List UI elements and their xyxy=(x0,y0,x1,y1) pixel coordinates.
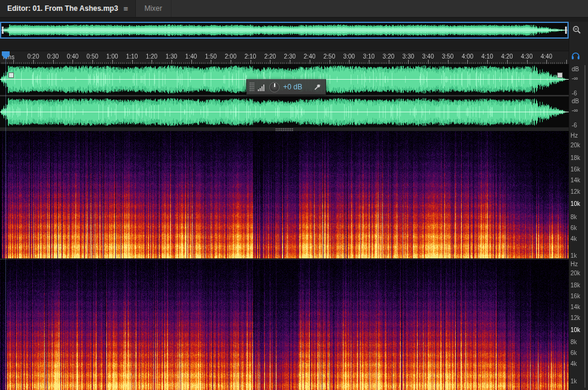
vertical-scrollbar[interactable] xyxy=(584,65,586,388)
pin-icon[interactable] xyxy=(313,83,321,91)
fade-out-handle[interactable] xyxy=(557,72,563,78)
gain-knob[interactable] xyxy=(269,82,280,92)
volume-meter-icon xyxy=(258,83,266,91)
navigator-right-handle[interactable] xyxy=(565,27,567,34)
playhead-line xyxy=(5,59,6,390)
splitter-grip-icon xyxy=(275,128,293,131)
timeline-ruler[interactable]: hms 0:200:300:400:501:001:101:201:301:40… xyxy=(0,51,569,64)
zoom-out-icon[interactable] xyxy=(572,25,581,34)
navigator-waveform-canvas[interactable] xyxy=(1,23,567,37)
hud-drag-handle[interactable] xyxy=(249,82,254,92)
navigator-left-handle[interactable] xyxy=(2,27,4,34)
editor-tab-label: Editor: 01. From The Ashes.mp3 xyxy=(7,4,118,13)
zoom-navigator[interactable] xyxy=(0,22,569,39)
ruler-ticks xyxy=(0,59,569,64)
headphones-icon[interactable] xyxy=(571,51,580,60)
gain-value[interactable]: +0 dB xyxy=(283,83,302,91)
tab-mixer[interactable]: Mixer xyxy=(136,0,171,17)
panel-tab-bar: Editor: 01. From The Ashes.mp3 ≡ Mixer xyxy=(0,0,588,18)
audition-editor-window: Editor: 01. From The Ashes.mp3 ≡ Mixer h… xyxy=(0,0,588,390)
gain-hud[interactable]: +0 dB xyxy=(246,79,326,95)
waveform-display[interactable] xyxy=(0,64,569,127)
fade-in-handle[interactable] xyxy=(8,72,14,78)
mixer-tab-label: Mixer xyxy=(144,4,162,13)
tab-editor[interactable]: Editor: 01. From The Ashes.mp3 ≡ xyxy=(0,0,136,17)
spectral-display[interactable] xyxy=(0,131,569,390)
panel-menu-icon[interactable]: ≡ xyxy=(124,4,129,13)
